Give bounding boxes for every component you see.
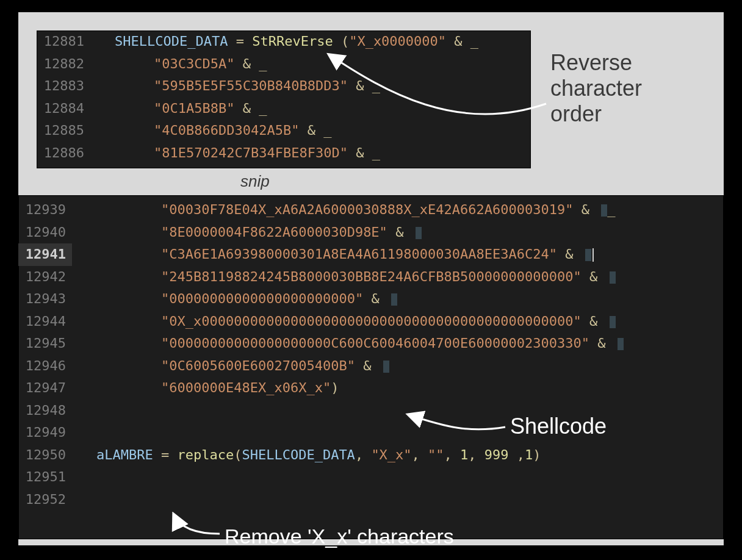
arrow-remove xyxy=(18,12,724,560)
figure-container: 12881SHELLCODE_DATA = StRRevErse ("X_x00… xyxy=(18,12,724,545)
